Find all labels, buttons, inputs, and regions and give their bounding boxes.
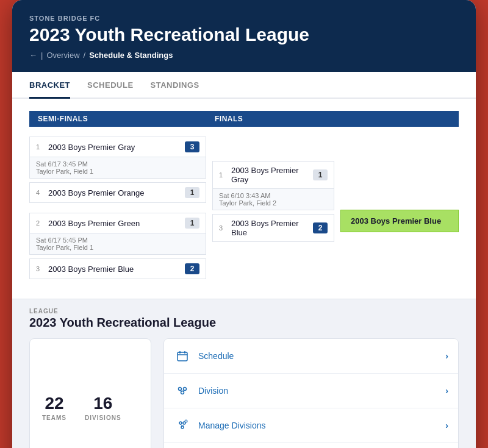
match-info-2: Sat 6/17 5:45 PMTaylor Park, Field 1 bbox=[29, 233, 206, 255]
team-name: 2003 Boys Premier Blue bbox=[231, 219, 313, 237]
division-icon bbox=[174, 382, 191, 399]
seed: 2 bbox=[36, 219, 43, 227]
finals-column: 1 2003 Boys Premier Gray 1 Sat 6/10 3:43… bbox=[206, 137, 334, 252]
svg-line-12 bbox=[181, 424, 182, 426]
svg-point-5 bbox=[184, 388, 187, 391]
tab-bracket[interactable]: BRACKET bbox=[29, 72, 70, 99]
stat-teams-label: TEAMS bbox=[42, 414, 66, 421]
stat-divisions-value: 16 bbox=[85, 395, 121, 412]
menu-item-division[interactable]: Division › bbox=[164, 374, 458, 408]
svg-point-4 bbox=[179, 388, 182, 391]
breadcrumb-current: Schedule & Standings bbox=[89, 51, 173, 60]
breadcrumb-overview[interactable]: Overview bbox=[46, 51, 79, 60]
bracket-area: SEMI-FINALS FINALS 1 2003 Boys Premier G… bbox=[12, 99, 476, 299]
team-name: 2003 Boys Premier Gray bbox=[48, 143, 135, 152]
chevron-right-icon: › bbox=[445, 351, 448, 361]
seed: 3 bbox=[219, 224, 226, 232]
semi-team-1-1[interactable]: 1 2003 Boys Premier Gray 3 bbox=[29, 137, 206, 157]
semi-team-1-2[interactable]: 4 2003 Boys Premier Orange 1 bbox=[29, 182, 206, 203]
chevron-right-icon: › bbox=[445, 386, 448, 396]
svg-line-13 bbox=[182, 424, 184, 426]
champion-box: 2003 Boys Premier Blue bbox=[340, 210, 459, 232]
overlay-panel: LEAGUE 2023 Youth Recreational League 22… bbox=[12, 299, 476, 448]
finals-team-2[interactable]: 3 2003 Boys Premier Blue 2 bbox=[212, 214, 334, 242]
svg-line-8 bbox=[182, 391, 185, 391]
header: Stone Bridge FC 2023 Youth Recreational … bbox=[12, 0, 476, 72]
svg-point-9 bbox=[179, 422, 182, 424]
menu-label-manage-divisions: Manage Divisions bbox=[198, 421, 445, 430]
team-name: 2003 Boys Premier Gray bbox=[231, 166, 313, 184]
menu-item-manage-divisions[interactable]: Manage Divisions › bbox=[164, 408, 458, 443]
match-info-1: Sat 6/17 3:45 PMTaylor Park, Field 1 bbox=[29, 157, 206, 179]
breadcrumb-divider: / bbox=[84, 51, 86, 60]
semi-finals-column: 1 2003 Boys Premier Gray 3 Sat 6/17 3:45… bbox=[29, 137, 206, 289]
semi-finals-header: SEMI-FINALS bbox=[29, 111, 206, 127]
score: 1 bbox=[313, 169, 328, 180]
back-arrow[interactable]: ← bbox=[29, 51, 37, 60]
semi-match-2: 2 2003 Boys Premier Green 1 Sat 6/17 5:4… bbox=[29, 213, 206, 279]
bracket-columns: 1 2003 Boys Premier Gray 3 Sat 6/17 3:45… bbox=[29, 137, 459, 289]
breadcrumb: ← | Overview / Schedule & Standings bbox=[29, 51, 459, 60]
breadcrumb-separator: | bbox=[41, 51, 43, 60]
seed: 4 bbox=[36, 189, 43, 196]
stat-teams: 22 TEAMS bbox=[42, 395, 66, 421]
stats-card: 22 TEAMS 16 DIVISIONS bbox=[29, 338, 151, 448]
svg-point-11 bbox=[181, 426, 184, 428]
team-name: 2003 Boys Premier Green bbox=[48, 219, 140, 228]
score: 1 bbox=[185, 187, 199, 198]
app-frame: Stone Bridge FC 2023 Youth Recreational … bbox=[12, 0, 476, 448]
svg-rect-2 bbox=[184, 351, 185, 354]
stat-divisions-label: DIVISIONS bbox=[85, 414, 121, 421]
stat-divisions: 16 DIVISIONS bbox=[85, 395, 121, 421]
semi-match-1: 1 2003 Boys Premier Gray 3 Sat 6/17 3:45… bbox=[29, 137, 206, 203]
score: 3 bbox=[185, 141, 199, 152]
stat-teams-value: 22 bbox=[42, 395, 66, 412]
semi-team-2-1[interactable]: 2 2003 Boys Premier Green 1 bbox=[29, 213, 206, 233]
menu-list: Schedule › Division › bbox=[163, 338, 459, 448]
score: 2 bbox=[313, 222, 328, 233]
page-title: 2023 Youth Recreational League bbox=[29, 24, 459, 44]
org-name: Stone Bridge FC bbox=[29, 15, 459, 22]
svg-rect-1 bbox=[179, 351, 181, 354]
finals-match-1: 1 2003 Boys Premier Gray 1 Sat 6/10 3:43… bbox=[212, 161, 334, 242]
finals-team-1[interactable]: 1 2003 Boys Premier Gray 1 bbox=[212, 161, 334, 189]
team-name: 2003 Boys Premier Blue bbox=[48, 265, 134, 274]
team-name: 2003 Boys Premier Orange bbox=[48, 188, 145, 197]
overlay-content: 22 TEAMS 16 DIVISIONS bbox=[12, 338, 476, 448]
seed: 1 bbox=[36, 143, 43, 151]
rounds-header: SEMI-FINALS FINALS bbox=[29, 111, 459, 127]
score: 2 bbox=[185, 263, 199, 274]
champion-column: 2003 Boys Premier Blue bbox=[334, 137, 459, 232]
svg-rect-0 bbox=[178, 352, 187, 361]
semi-team-2-2[interactable]: 3 2003 Boys Premier Blue 2 bbox=[29, 258, 206, 279]
svg-point-6 bbox=[181, 391, 184, 394]
menu-label-division: Division bbox=[198, 386, 445, 396]
overlay-league-label: LEAGUE bbox=[12, 299, 476, 316]
tab-schedule[interactable]: SCHEDULE bbox=[87, 72, 134, 99]
finals-header: FINALS bbox=[206, 111, 459, 127]
finals-match-info: Sat 6/10 3:43 AMTaylor Park, Field 2 bbox=[212, 189, 334, 210]
tab-standings[interactable]: STANDINGS bbox=[151, 72, 199, 99]
seed: 3 bbox=[36, 265, 43, 272]
chevron-right-icon: › bbox=[445, 421, 448, 430]
menu-item-schedule[interactable]: Schedule › bbox=[164, 339, 458, 374]
menu-item-league-settings[interactable]: League Settings › bbox=[164, 443, 458, 448]
tabs-bar: BRACKET SCHEDULE STANDINGS bbox=[12, 72, 476, 99]
svg-line-7 bbox=[180, 391, 182, 391]
score: 1 bbox=[185, 218, 199, 229]
schedule-icon bbox=[174, 347, 191, 364]
manage-divisions-icon bbox=[174, 417, 191, 434]
overlay-league-name: 2023 Youth Recreational League bbox=[12, 316, 476, 338]
menu-label-schedule: Schedule bbox=[198, 351, 445, 361]
seed: 1 bbox=[219, 171, 226, 179]
